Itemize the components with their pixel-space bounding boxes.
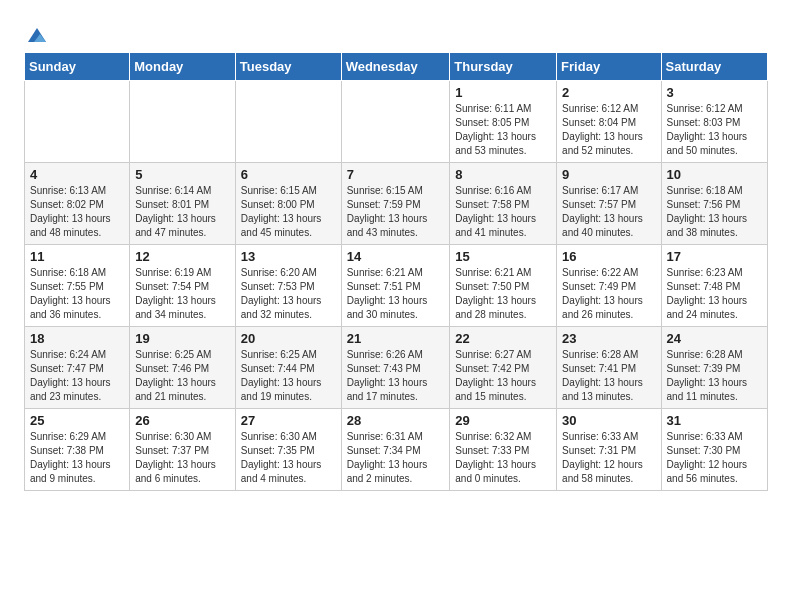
calendar-cell: 31Sunrise: 6:33 AM Sunset: 7:30 PM Dayli… [661, 409, 767, 491]
day-info: Sunrise: 6:20 AM Sunset: 7:53 PM Dayligh… [241, 266, 336, 322]
day-info: Sunrise: 6:13 AM Sunset: 8:02 PM Dayligh… [30, 184, 124, 240]
day-info: Sunrise: 6:30 AM Sunset: 7:37 PM Dayligh… [135, 430, 230, 486]
calendar-cell: 5Sunrise: 6:14 AM Sunset: 8:01 PM Daylig… [130, 163, 236, 245]
day-number: 5 [135, 167, 230, 182]
calendar-cell: 24Sunrise: 6:28 AM Sunset: 7:39 PM Dayli… [661, 327, 767, 409]
day-info: Sunrise: 6:23 AM Sunset: 7:48 PM Dayligh… [667, 266, 762, 322]
day-info: Sunrise: 6:21 AM Sunset: 7:51 PM Dayligh… [347, 266, 445, 322]
day-info: Sunrise: 6:26 AM Sunset: 7:43 PM Dayligh… [347, 348, 445, 404]
day-number: 15 [455, 249, 551, 264]
day-info: Sunrise: 6:25 AM Sunset: 7:46 PM Dayligh… [135, 348, 230, 404]
calendar-cell: 19Sunrise: 6:25 AM Sunset: 7:46 PM Dayli… [130, 327, 236, 409]
day-number: 28 [347, 413, 445, 428]
day-info: Sunrise: 6:18 AM Sunset: 7:55 PM Dayligh… [30, 266, 124, 322]
calendar-cell: 29Sunrise: 6:32 AM Sunset: 7:33 PM Dayli… [450, 409, 557, 491]
day-info: Sunrise: 6:30 AM Sunset: 7:35 PM Dayligh… [241, 430, 336, 486]
day-info: Sunrise: 6:15 AM Sunset: 7:59 PM Dayligh… [347, 184, 445, 240]
calendar-cell: 28Sunrise: 6:31 AM Sunset: 7:34 PM Dayli… [341, 409, 450, 491]
column-header-tuesday: Tuesday [235, 53, 341, 81]
calendar-cell [341, 81, 450, 163]
calendar-cell: 20Sunrise: 6:25 AM Sunset: 7:44 PM Dayli… [235, 327, 341, 409]
day-number: 31 [667, 413, 762, 428]
calendar-cell: 26Sunrise: 6:30 AM Sunset: 7:37 PM Dayli… [130, 409, 236, 491]
calendar-cell: 6Sunrise: 6:15 AM Sunset: 8:00 PM Daylig… [235, 163, 341, 245]
column-header-wednesday: Wednesday [341, 53, 450, 81]
calendar-cell: 25Sunrise: 6:29 AM Sunset: 7:38 PM Dayli… [25, 409, 130, 491]
calendar-cell: 10Sunrise: 6:18 AM Sunset: 7:56 PM Dayli… [661, 163, 767, 245]
calendar-cell: 14Sunrise: 6:21 AM Sunset: 7:51 PM Dayli… [341, 245, 450, 327]
calendar-cell: 17Sunrise: 6:23 AM Sunset: 7:48 PM Dayli… [661, 245, 767, 327]
calendar-table: SundayMondayTuesdayWednesdayThursdayFrid… [24, 52, 768, 491]
column-header-saturday: Saturday [661, 53, 767, 81]
day-info: Sunrise: 6:24 AM Sunset: 7:47 PM Dayligh… [30, 348, 124, 404]
calendar-cell: 30Sunrise: 6:33 AM Sunset: 7:31 PM Dayli… [557, 409, 661, 491]
calendar-week-row: 18Sunrise: 6:24 AM Sunset: 7:47 PM Dayli… [25, 327, 768, 409]
column-header-sunday: Sunday [25, 53, 130, 81]
day-number: 17 [667, 249, 762, 264]
day-number: 9 [562, 167, 655, 182]
day-number: 4 [30, 167, 124, 182]
calendar-cell: 4Sunrise: 6:13 AM Sunset: 8:02 PM Daylig… [25, 163, 130, 245]
calendar-cell [235, 81, 341, 163]
calendar-week-row: 11Sunrise: 6:18 AM Sunset: 7:55 PM Dayli… [25, 245, 768, 327]
column-header-thursday: Thursday [450, 53, 557, 81]
day-number: 27 [241, 413, 336, 428]
page-header [24, 20, 768, 44]
calendar-cell: 11Sunrise: 6:18 AM Sunset: 7:55 PM Dayli… [25, 245, 130, 327]
day-number: 18 [30, 331, 124, 346]
calendar-cell [25, 81, 130, 163]
day-number: 7 [347, 167, 445, 182]
day-number: 29 [455, 413, 551, 428]
column-header-monday: Monday [130, 53, 236, 81]
day-info: Sunrise: 6:33 AM Sunset: 7:30 PM Dayligh… [667, 430, 762, 486]
calendar-cell: 8Sunrise: 6:16 AM Sunset: 7:58 PM Daylig… [450, 163, 557, 245]
calendar-cell: 15Sunrise: 6:21 AM Sunset: 7:50 PM Dayli… [450, 245, 557, 327]
day-info: Sunrise: 6:31 AM Sunset: 7:34 PM Dayligh… [347, 430, 445, 486]
day-number: 16 [562, 249, 655, 264]
day-number: 30 [562, 413, 655, 428]
day-number: 24 [667, 331, 762, 346]
calendar-cell: 9Sunrise: 6:17 AM Sunset: 7:57 PM Daylig… [557, 163, 661, 245]
calendar-cell: 16Sunrise: 6:22 AM Sunset: 7:49 PM Dayli… [557, 245, 661, 327]
day-info: Sunrise: 6:28 AM Sunset: 7:41 PM Dayligh… [562, 348, 655, 404]
calendar-cell: 22Sunrise: 6:27 AM Sunset: 7:42 PM Dayli… [450, 327, 557, 409]
day-info: Sunrise: 6:32 AM Sunset: 7:33 PM Dayligh… [455, 430, 551, 486]
day-number: 2 [562, 85, 655, 100]
day-info: Sunrise: 6:29 AM Sunset: 7:38 PM Dayligh… [30, 430, 124, 486]
calendar-cell: 23Sunrise: 6:28 AM Sunset: 7:41 PM Dayli… [557, 327, 661, 409]
calendar-week-row: 1Sunrise: 6:11 AM Sunset: 8:05 PM Daylig… [25, 81, 768, 163]
day-number: 26 [135, 413, 230, 428]
day-info: Sunrise: 6:15 AM Sunset: 8:00 PM Dayligh… [241, 184, 336, 240]
calendar-cell: 7Sunrise: 6:15 AM Sunset: 7:59 PM Daylig… [341, 163, 450, 245]
logo [24, 26, 48, 44]
day-number: 3 [667, 85, 762, 100]
day-number: 1 [455, 85, 551, 100]
calendar-cell: 13Sunrise: 6:20 AM Sunset: 7:53 PM Dayli… [235, 245, 341, 327]
calendar-header-row: SundayMondayTuesdayWednesdayThursdayFrid… [25, 53, 768, 81]
day-number: 22 [455, 331, 551, 346]
calendar-week-row: 25Sunrise: 6:29 AM Sunset: 7:38 PM Dayli… [25, 409, 768, 491]
day-number: 23 [562, 331, 655, 346]
calendar-cell: 27Sunrise: 6:30 AM Sunset: 7:35 PM Dayli… [235, 409, 341, 491]
day-number: 20 [241, 331, 336, 346]
day-info: Sunrise: 6:28 AM Sunset: 7:39 PM Dayligh… [667, 348, 762, 404]
day-info: Sunrise: 6:14 AM Sunset: 8:01 PM Dayligh… [135, 184, 230, 240]
day-info: Sunrise: 6:27 AM Sunset: 7:42 PM Dayligh… [455, 348, 551, 404]
day-number: 14 [347, 249, 445, 264]
day-info: Sunrise: 6:11 AM Sunset: 8:05 PM Dayligh… [455, 102, 551, 158]
day-number: 6 [241, 167, 336, 182]
day-number: 10 [667, 167, 762, 182]
day-info: Sunrise: 6:12 AM Sunset: 8:04 PM Dayligh… [562, 102, 655, 158]
calendar-cell: 12Sunrise: 6:19 AM Sunset: 7:54 PM Dayli… [130, 245, 236, 327]
day-info: Sunrise: 6:33 AM Sunset: 7:31 PM Dayligh… [562, 430, 655, 486]
day-info: Sunrise: 6:16 AM Sunset: 7:58 PM Dayligh… [455, 184, 551, 240]
day-number: 11 [30, 249, 124, 264]
day-info: Sunrise: 6:22 AM Sunset: 7:49 PM Dayligh… [562, 266, 655, 322]
day-info: Sunrise: 6:25 AM Sunset: 7:44 PM Dayligh… [241, 348, 336, 404]
day-number: 25 [30, 413, 124, 428]
day-info: Sunrise: 6:21 AM Sunset: 7:50 PM Dayligh… [455, 266, 551, 322]
day-number: 21 [347, 331, 445, 346]
column-header-friday: Friday [557, 53, 661, 81]
calendar-cell: 21Sunrise: 6:26 AM Sunset: 7:43 PM Dayli… [341, 327, 450, 409]
day-number: 12 [135, 249, 230, 264]
